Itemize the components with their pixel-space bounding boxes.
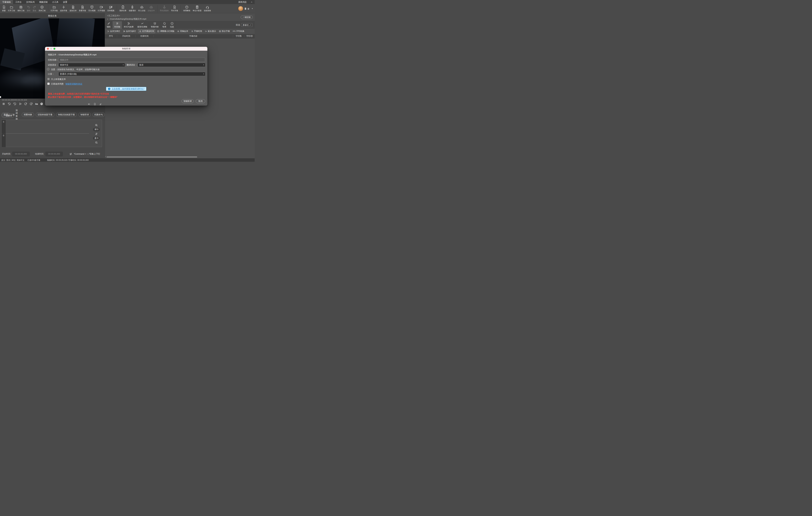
- tab-graphic-timing[interactable]: 图形化调轴: [136, 21, 149, 29]
- translate-all-button[interactable]: 一键翻译: [2, 114, 14, 118]
- tab-knowledge-base[interactable]: 智库: [161, 21, 168, 29]
- toolbar-view-subtitle-button[interactable]: 查看字幕: [78, 5, 87, 12]
- filter-select[interactable]: 多标记... ▾: [241, 23, 252, 27]
- skip-forward-3-button[interactable]: +3: [30, 102, 33, 106]
- camera-icon: [99, 5, 103, 9]
- column-end-time[interactable]: 结束时间: [136, 35, 154, 37]
- cancel-button[interactable]: 取消: [196, 99, 205, 103]
- tab-timeline[interactable]: 时间轴: [113, 21, 122, 29]
- toolbar-export-subtitle-button[interactable]: 导出字幕: [170, 5, 179, 12]
- translated-track[interactable]: 0: [1, 120, 102, 133]
- merge-multi-line-button[interactable]: 合并为多行: [122, 29, 137, 33]
- tab-smart-correction[interactable]: 智能纠错: [149, 21, 161, 29]
- dropdown-triangle-icon[interactable]: ▼: [252, 8, 253, 9]
- file-path[interactable]: /Users/bobzhang/Desktop/视频文件.mp4: [110, 18, 146, 21]
- toolbar-my-tasks-button[interactable]: 我的任务: [118, 5, 128, 12]
- fps-convert-button[interactable]: FPSFPS转换: [232, 29, 245, 33]
- audio-only-checkbox[interactable]: [48, 78, 50, 80]
- close-file-icon[interactable]: ×: [107, 18, 108, 20]
- toolbar-blank-video-button[interactable]: 空 空白视频: [87, 5, 97, 12]
- source-language-select[interactable]: 简体中文 ▾: [58, 63, 125, 67]
- help-duration-button[interactable]: i 点击查看：如何获取智能听译时长?: [106, 87, 146, 91]
- subtitle-doc-icon[interactable]: [93, 103, 96, 106]
- stop-icon[interactable]: [2, 102, 5, 106]
- confirm-transcribe-button[interactable]: 智能听译: [181, 99, 194, 103]
- close-window-button[interactable]: [47, 48, 49, 50]
- zoom-out-icon[interactable]: [95, 141, 98, 144]
- smart-ocr-button[interactable]: 智能识别画面字幕: [56, 113, 77, 117]
- column-start-time[interactable]: 开始时间: [117, 35, 136, 37]
- toolbar-create-project-button[interactable]: 创建项目: [128, 5, 137, 12]
- tab-edit[interactable]: 编辑: [105, 21, 113, 29]
- smart-transcribe-button[interactable]: 智能听译: [79, 113, 91, 117]
- original-track[interactable]: 0: [1, 134, 102, 147]
- toolbar-redo-button[interactable]: 重做: [31, 5, 37, 12]
- toolbar-cloud-files-button[interactable]: 云端文件: [146, 5, 156, 12]
- simplified-traditional-button[interactable]: 简繁转换: [22, 113, 34, 117]
- coaxial-merge-button[interactable]: 同轴合并: [176, 29, 189, 33]
- menu-item-file-queue[interactable]: 文件队列: [24, 0, 37, 4]
- chevron-left-icon[interactable]: ‹: [105, 155, 106, 158]
- menu-item-tools[interactable]: 小工具: [50, 0, 61, 4]
- skip-back-3-button[interactable]: -3: [7, 102, 11, 106]
- zoom-in-icon[interactable]: [95, 124, 98, 126]
- start-time-input[interactable]: [12, 152, 30, 156]
- play-icon[interactable]: [19, 102, 22, 106]
- extend-display-button[interactable]: 延长显示: [204, 29, 217, 33]
- menu-item-settings[interactable]: 设置: [61, 0, 69, 4]
- min-gap-button[interactable]: 调整最小行间隔: [156, 29, 175, 33]
- machine-translate-sentence-button[interactable]: 机翻本句: [92, 113, 105, 117]
- bell-off-icon[interactable]: [99, 103, 102, 106]
- align-playtime-button[interactable]: 对齐播放时间: [138, 29, 155, 33]
- toolbar-open-project-button[interactable]: 打开工程: [7, 5, 16, 12]
- avatar[interactable]: [238, 6, 243, 11]
- toolbar-unit-calculator-button[interactable]: 单位计算器: [192, 5, 203, 12]
- column-content[interactable]: 字幕内容: [154, 35, 233, 37]
- target-language-select[interactable]: 英语 ▾: [138, 63, 205, 67]
- menu-item-video-encode[interactable]: 视频压制: [37, 0, 50, 4]
- toolbar-tutorial-button[interactable]: 使用教程: [182, 5, 192, 12]
- toolbar-append-subtitle-button[interactable]: 追加字幕: [59, 5, 68, 12]
- column-char-count[interactable]: 字符数: [233, 35, 244, 37]
- translated-badge[interactable]: 译 0: [93, 128, 100, 131]
- accent-select[interactable]: 普通话 (中国大陆) ▾: [58, 72, 205, 76]
- one-click-encode-button[interactable]: 一键压制: [241, 16, 253, 19]
- menu-item-workbench[interactable]: 工作台: [13, 0, 24, 4]
- column-serial[interactable]: 序号: [105, 35, 117, 37]
- zoom-window-button[interactable]: [53, 48, 55, 50]
- split-subtitle-button[interactable]: 拆分字幕: [218, 29, 231, 33]
- font-size-button[interactable]: Aa: [35, 103, 38, 105]
- clock-icon[interactable]: [40, 102, 44, 106]
- toolbar-close-video-button[interactable]: 关闭视频: [106, 5, 115, 12]
- toolbar-save-to-cloud-button[interactable]: 存入云端: [137, 5, 146, 12]
- toolbar-close-project-button[interactable]: 关闭工程: [37, 5, 47, 12]
- system-message-label[interactable]: 系统消息: [238, 1, 247, 4]
- toolbar-new-button[interactable]: 新建: [1, 5, 7, 12]
- horizontal-scrollbar[interactable]: [107, 156, 197, 157]
- merge-single-line-button[interactable]: 合并为单行: [106, 29, 121, 33]
- toolbar-open-subtitle-button[interactable]: 打开字幕: [50, 5, 59, 12]
- toolbar-save-project-button[interactable]: 保存工程: [16, 5, 26, 12]
- toolbar-append-text-button[interactable]: 追加文本: [68, 5, 78, 12]
- column-chars-per-sec[interactable]: 字符/秒: [244, 35, 255, 37]
- tab-info[interactable]: 信息: [168, 21, 176, 29]
- ocr-frame-button[interactable]: 识别本画面字幕: [36, 113, 54, 117]
- agreement-link[interactable]: 智能听译服务协议: [65, 83, 82, 85]
- volume-icon[interactable]: [88, 103, 91, 106]
- swap-tracks-icon[interactable]: [95, 133, 98, 135]
- shift-time-button[interactable]: 平移时间: [190, 29, 203, 33]
- toolbar-export-multi-button[interactable]: 导出多版本: [159, 5, 170, 12]
- toolbar-open-video-button[interactable]: 打开视频: [97, 5, 106, 12]
- skip-forward-1-button[interactable]: +1: [24, 102, 27, 106]
- original-badge[interactable]: 原 0: [93, 137, 100, 140]
- minimize-window-button[interactable]: [50, 48, 52, 50]
- menu-item-subtitle-edit[interactable]: 字幕编辑: [0, 0, 13, 4]
- task-name-input[interactable]: [58, 58, 205, 62]
- agreement-checkbox[interactable]: ✓: [48, 83, 50, 85]
- toolbar-online-support-button[interactable]: 在线客服: [203, 5, 212, 12]
- tab-style-effects[interactable]: 样式与效果: [122, 21, 136, 29]
- skip-back-1-button[interactable]: -1: [13, 102, 17, 106]
- chevron-up-icon[interactable]: [251, 1, 253, 3]
- end-time-input[interactable]: [46, 152, 63, 156]
- toolbar-undo-button[interactable]: 撤销: [26, 5, 31, 12]
